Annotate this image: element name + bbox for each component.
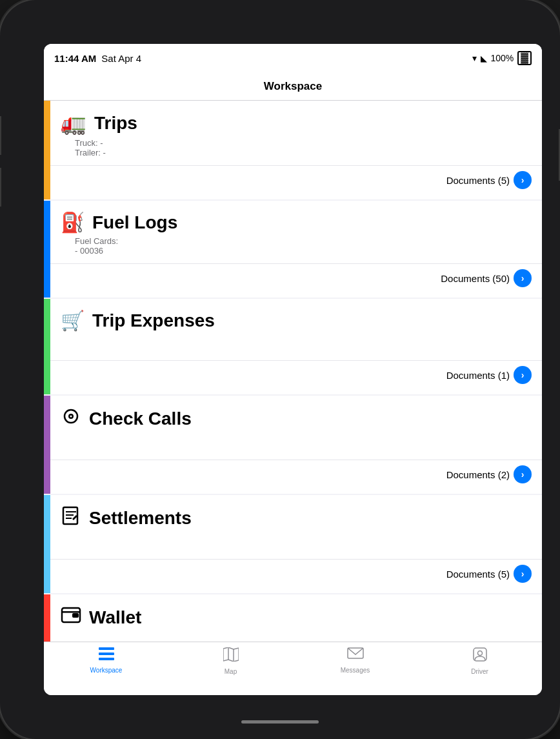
fuel-logs-documents-label: Documents (50) [441,273,510,284]
trip-expenses-title: Trip Expenses [92,310,215,331]
svg-point-2 [70,416,72,418]
trips-icon: 🚛 [61,111,86,136]
svg-rect-10 [99,647,114,650]
volume-down-button[interactable] [0,168,1,207]
main-content: 🚛 Trips Truck: - Trailer: - Documents (5… [44,101,542,642]
check-calls-section[interactable]: Check Calls Documents (2) › [44,396,542,494]
map-tab-label: Map [225,668,237,675]
screen: 11:44 AM Sat Apr 4 ▾ ◣ 100% ▓ Workspace [44,44,542,695]
trips-documents-label: Documents (5) [446,175,510,186]
settlements-documents-link[interactable]: Documents (5) › [446,565,532,583]
fuel-logs-documents-link[interactable]: Documents (50) › [441,269,532,287]
tab-driver[interactable]: Driver [417,647,542,675]
status-date: Sat Apr 4 [101,53,141,64]
svg-rect-12 [99,658,114,660]
check-calls-color-bar [44,396,50,494]
fuel-logs-title: Fuel Logs [92,212,177,233]
check-calls-arrow-icon[interactable]: › [514,465,532,483]
fuel-logs-section[interactable]: ⛽ Fuel Logs Fuel Cards: - 00036 Document… [44,201,542,298]
trip-expenses-arrow-icon[interactable]: › [514,366,532,384]
fuel-logs-icon: ⛽ [61,211,85,234]
svg-marker-13 [223,647,239,662]
trips-color-bar [44,101,50,199]
trip-expenses-footer[interactable]: Documents (1) › [50,360,542,392]
svg-rect-11 [99,653,114,655]
workspace-tab-icon [99,647,114,664]
signal-icon: ◣ [481,54,487,63]
trip-expenses-documents-label: Documents (1) [446,370,510,381]
check-calls-icon [61,406,81,431]
trips-footer[interactable]: Documents (5) › [50,165,542,197]
device: 11:44 AM Sat Apr 4 ▾ ◣ 100% ▓ Workspace [0,0,560,739]
wallet-title: Wallet [89,607,141,628]
svg-point-18 [477,651,482,656]
fuel-logs-footer[interactable]: Documents (50) › [50,263,542,295]
driver-tab-label: Driver [471,668,488,675]
home-indicator[interactable] [241,720,319,724]
wallet-section[interactable]: Wallet [44,594,542,642]
workspace-tab-label: Workspace [90,667,123,674]
svg-rect-9 [62,611,80,613]
check-calls-footer[interactable]: Documents (2) › [50,460,542,491]
tab-map[interactable]: Map [168,647,293,675]
settlements-title: Settlements [89,508,192,529]
status-bar: 11:44 AM Sat Apr 4 ▾ ◣ 100% ▓ [44,44,542,72]
nav-title: Workspace [264,80,322,93]
trip-expenses-color-bar [44,299,50,394]
fuel-logs-arrow-icon[interactable]: › [514,269,532,287]
svg-rect-8 [72,613,79,618]
settlements-icon [61,505,81,531]
wallet-icon [61,605,81,630]
trips-arrow-icon[interactable]: › [514,171,532,189]
trips-title: Trips [94,113,137,134]
status-time: 11:44 AM [54,53,96,64]
trip-expenses-section[interactable]: 🛒 Trip Expenses Documents (1) › [44,299,542,394]
settlements-footer[interactable]: Documents (5) › [50,559,542,591]
battery-text: 100% [491,53,514,63]
wifi-icon: ▾ [472,53,477,63]
trips-documents-link[interactable]: Documents (5) › [446,171,532,189]
trips-section[interactable]: 🚛 Trips Truck: - Trailer: - Documents (5… [44,101,542,199]
messages-tab-label: Messages [341,667,370,674]
check-calls-documents-link[interactable]: Documents (2) › [446,465,532,483]
driver-tab-icon [473,647,487,665]
map-tab-icon [223,647,239,665]
settlements-documents-label: Documents (5) [446,569,510,580]
fuel-logs-color-bar [44,201,50,298]
settlements-arrow-icon[interactable]: › [514,565,532,583]
check-calls-documents-label: Documents (2) [446,469,510,480]
trip-expenses-documents-link[interactable]: Documents (1) › [446,366,532,384]
battery-icon: ▓ [517,51,532,65]
fuel-logs-meta: Fuel Cards: - 00036 [50,234,542,261]
settlements-section[interactable]: Settlements Documents (5) › [44,495,542,593]
trip-expenses-icon: 🛒 [61,309,85,332]
tab-bar: Workspace Map [44,642,542,695]
wallet-color-bar [44,594,50,642]
tab-messages[interactable]: Messages [293,647,417,674]
nav-bar: Workspace [44,72,542,101]
volume-up-button[interactable] [0,116,1,155]
status-right: ▾ ◣ 100% ▓ [472,51,532,65]
check-calls-title: Check Calls [89,409,192,429]
settlements-color-bar [44,495,50,593]
tab-workspace[interactable]: Workspace [44,647,168,674]
messages-tab-icon [347,647,364,664]
trips-meta: Truck: - Trailer: - [50,136,542,163]
